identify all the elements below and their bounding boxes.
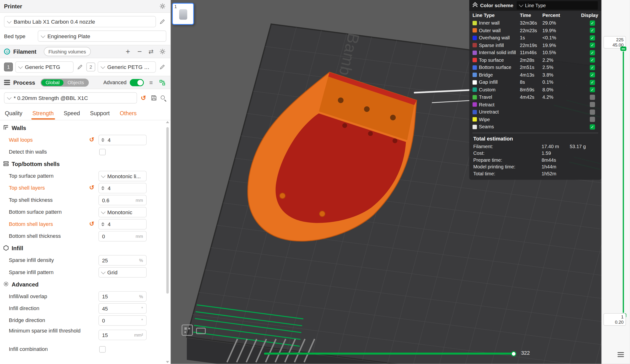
bridge-direction-input[interactable]: 0 ° xyxy=(98,315,147,326)
save-preset-icon[interactable] xyxy=(150,95,158,101)
reset-preset-icon[interactable]: ↺ xyxy=(140,94,148,102)
line-type-row: Travel4m42s4.2% xyxy=(469,94,601,101)
section-infill: Infill xyxy=(0,242,170,254)
sparse-infill-pattern-select[interactable]: Grid xyxy=(98,267,147,278)
display-checkbox[interactable]: ✓ xyxy=(590,43,595,48)
min-sparse-infill-threshold-input[interactable]: 15 mm² xyxy=(98,330,147,340)
bottom-shell-thickness-input[interactable]: 0 mm xyxy=(98,231,147,242)
display-checkbox[interactable]: ✓ xyxy=(590,87,595,92)
floor-hole xyxy=(392,138,397,143)
preset-list-icon[interactable]: ≡ xyxy=(147,79,155,86)
step-slider-handle[interactable] xyxy=(511,351,516,356)
viewport-3d[interactable]: Bambu Engineering xyxy=(171,0,630,364)
scroll-down-arrow[interactable] xyxy=(166,361,169,363)
bottom-shell-layers-value: 4 xyxy=(108,221,110,227)
add-filament-button[interactable]: + xyxy=(124,47,132,56)
display-checkbox[interactable]: ✓ xyxy=(590,35,595,40)
bottom-shell-layers-undo-icon[interactable]: ↺ xyxy=(89,220,94,227)
display-checkbox[interactable] xyxy=(590,94,595,100)
display-checkbox[interactable] xyxy=(590,102,595,107)
chevron-down-icon xyxy=(7,19,12,23)
line-type-time: 2m51s xyxy=(520,65,542,70)
filament-spool-icon xyxy=(4,48,10,54)
objects-view-icon[interactable] xyxy=(158,80,166,85)
top-shell-layers-row: Top shell layers ↺ 4 xyxy=(0,182,170,194)
chevron-down-icon xyxy=(101,209,106,214)
filament-1-select[interactable]: Generic PETG xyxy=(15,61,74,72)
filament-sync-icon[interactable]: ⇄ xyxy=(147,48,155,55)
infill-direction-input[interactable]: 45 ° xyxy=(98,303,147,314)
collapse-icon[interactable] xyxy=(472,3,477,7)
tab-speed[interactable]: Speed xyxy=(64,107,80,120)
spinner-arrows[interactable] xyxy=(101,222,105,226)
layer-slider-top-handle[interactable] xyxy=(620,46,626,51)
line-type-label: Overhang wall xyxy=(479,35,510,41)
filament-2-edit-icon[interactable] xyxy=(158,64,166,70)
top-shell-layers-input[interactable]: 4 xyxy=(98,183,147,193)
infill-combination-checkbox[interactable] xyxy=(99,346,106,353)
line-type-row: Gap infill8s0.1%✓ xyxy=(469,79,601,86)
top-shell-layers-undo-icon[interactable]: ↺ xyxy=(89,184,94,191)
bed-type-select[interactable]: Engineering Plate xyxy=(38,30,166,42)
plate-thumbnail[interactable]: 1 xyxy=(172,3,194,25)
printer-settings-gear-icon[interactable] xyxy=(158,3,166,9)
sparse-infill-density-input[interactable]: 25 % xyxy=(98,255,147,266)
wall-loops-input[interactable]: 4 xyxy=(98,135,147,145)
display-checkbox[interactable]: ✓ xyxy=(590,28,595,33)
infill-wall-overlap-value: 15 xyxy=(102,293,108,299)
advanced-toggle[interactable] xyxy=(130,79,144,86)
tab-others[interactable]: Others xyxy=(120,107,137,120)
spinner-arrows[interactable] xyxy=(101,138,105,142)
filament-2-swatch[interactable]: 2 xyxy=(86,62,95,71)
scrollbar-thumb[interactable] xyxy=(166,127,169,294)
display-checkbox[interactable] xyxy=(590,117,595,122)
tab-support[interactable]: Support xyxy=(90,107,110,120)
bottom-shell-thickness-row: Bottom shell thickness 0 mm xyxy=(0,230,170,242)
color-scheme-select[interactable]: Line Type xyxy=(516,1,598,10)
wall-loops-undo-icon[interactable]: ↺ xyxy=(89,136,94,143)
scroll-up-arrow[interactable] xyxy=(166,121,169,123)
sparse-infill-pattern-value: Grid xyxy=(107,269,118,275)
flushing-volumes-button[interactable]: Flushing volumes xyxy=(44,47,91,56)
process-scope-toggle[interactable]: Global Objects xyxy=(41,78,89,87)
display-checkbox[interactable]: ✓ xyxy=(590,57,595,63)
tab-quality[interactable]: Quality xyxy=(5,107,22,120)
filament-settings-gear-icon[interactable] xyxy=(158,48,166,54)
display-checkbox[interactable]: ✓ xyxy=(590,50,595,55)
sidebar-scrollbar[interactable] xyxy=(165,121,170,363)
line-type-label: Outer wall xyxy=(479,28,501,33)
display-checkbox[interactable]: ✓ xyxy=(590,80,595,85)
gcode-step-slider[interactable] xyxy=(264,353,514,355)
filament-2-select[interactable]: Generic PETG – Ge... xyxy=(98,61,156,72)
layer-slider-track[interactable] xyxy=(623,51,624,313)
display-checkbox[interactable]: ✓ xyxy=(590,20,595,25)
bridge-direction-label: Bridge direction xyxy=(9,317,45,324)
process-preset-select[interactable]: * 0.20mm Strength @BBL X1C xyxy=(4,92,137,104)
display-checkbox[interactable] xyxy=(590,110,595,115)
bottom-shell-thickness-label: Bottom shell thickness xyxy=(9,233,61,239)
bottom-layer-number: 1 xyxy=(621,314,624,319)
infill-wall-overlap-input[interactable]: 15 % xyxy=(98,291,147,302)
display-checkbox[interactable]: ✓ xyxy=(590,65,595,70)
scope-objects-option[interactable]: Objects xyxy=(64,79,88,86)
filament-1-edit-icon[interactable] xyxy=(76,64,84,70)
top-shell-thickness-input[interactable]: 0.6 mm xyxy=(98,195,147,205)
line-type-label: Bridge xyxy=(479,72,493,78)
printer-select[interactable]: Bambu Lab X1 Carbon 0.4 nozzle xyxy=(4,16,156,27)
search-icon[interactable] xyxy=(160,95,166,101)
display-checkbox[interactable]: ✓ xyxy=(590,72,595,78)
line-type-percent: 0.1% xyxy=(542,79,567,85)
layers-icon[interactable] xyxy=(617,351,624,358)
display-checkbox[interactable]: ✓ xyxy=(590,124,595,130)
spinner-arrows[interactable] xyxy=(101,186,105,190)
bottom-surface-pattern-select[interactable]: Monotonic xyxy=(98,207,147,217)
scope-global-option[interactable]: Global xyxy=(42,79,64,86)
printer-edit-icon[interactable] xyxy=(158,19,166,24)
filament-1-swatch[interactable]: 1 xyxy=(4,62,13,71)
bottom-shell-layers-input[interactable]: 4 xyxy=(98,219,147,229)
top-surface-pattern-select[interactable]: Monotonic li... xyxy=(98,171,147,181)
detect-thin-walls-checkbox[interactable] xyxy=(99,149,106,155)
tab-strength[interactable]: Strength xyxy=(32,107,54,120)
remove-filament-button[interactable]: − xyxy=(136,47,144,56)
color-scheme-panel: Color scheme Line Type Line Type Time Pe… xyxy=(469,0,601,180)
